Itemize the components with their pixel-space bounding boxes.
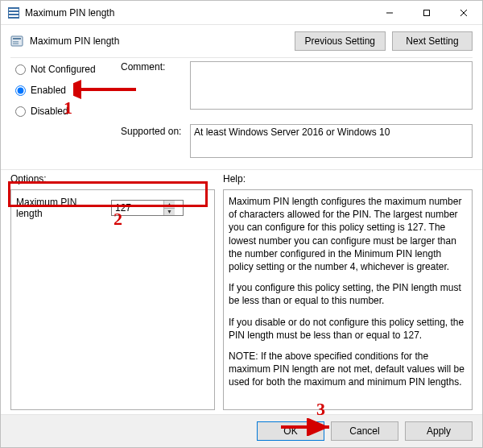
radio-enabled-input[interactable] [15,85,26,96]
help-paragraph: If you configure this policy setting, th… [229,281,467,307]
radio-not-configured[interactable]: Not Configured [15,61,116,77]
previous-setting-button[interactable]: Previous Setting [295,31,386,51]
radio-not-configured-label: Not Configured [31,61,96,77]
help-panel: Maximum PIN length configures the maximu… [223,189,473,410]
svg-rect-11 [13,44,19,45]
options-section-label: Options: [10,173,223,185]
help-section-label: Help: [223,173,473,185]
max-pin-input[interactable] [112,201,163,215]
spinner-up-icon[interactable]: ▲ [163,201,175,209]
ok-button[interactable]: OK [257,421,324,441]
svg-rect-5 [424,10,430,15]
help-paragraph: NOTE: If the above specified conditions … [229,350,467,389]
max-pin-spinner[interactable]: ▲ ▼ [111,200,184,216]
radio-disabled-label: Disabled [31,103,68,119]
svg-rect-1 [9,9,19,10]
comment-textarea[interactable] [190,61,473,110]
policy-title: Maximum PIN length [30,35,119,47]
option-max-pin-label: Maximum PIN length [16,197,105,219]
footer: OK Cancel Apply [1,414,482,447]
apply-button[interactable]: Apply [405,421,473,441]
svg-rect-9 [13,38,21,39]
radio-disabled[interactable]: Disabled [15,103,116,119]
close-button[interactable] [445,1,482,25]
cancel-button[interactable]: Cancel [331,421,398,441]
header: Maximum PIN length Previous Setting Next… [1,25,482,57]
maximize-button[interactable] [408,1,445,25]
radio-enabled[interactable]: Enabled [15,82,116,98]
comment-label: Comment: [121,61,185,73]
svg-rect-2 [9,12,19,14]
spinner-down-icon[interactable]: ▼ [163,209,175,216]
options-panel: Maximum PIN length ▲ ▼ [10,189,215,410]
svg-rect-3 [9,15,19,17]
titlebar: Maximum PIN length [1,1,482,25]
app-icon [7,6,20,19]
supported-on-label: Supported on: [121,124,185,137]
help-paragraph: If you disable or do not configure this … [229,316,467,342]
next-setting-button[interactable]: Next Setting [392,31,473,51]
window-title: Maximum PIN length [25,7,371,19]
supported-on-text [190,124,473,158]
radio-enabled-label: Enabled [31,82,66,98]
option-max-pin-row: Maximum PIN length ▲ ▼ [16,195,209,221]
help-paragraph: Maximum PIN length configures the maximu… [229,195,467,273]
radio-not-configured-input[interactable] [15,64,26,75]
svg-rect-10 [13,41,19,43]
minimize-button[interactable] [371,1,408,25]
policy-icon [10,35,23,48]
radio-disabled-input[interactable] [15,106,26,117]
